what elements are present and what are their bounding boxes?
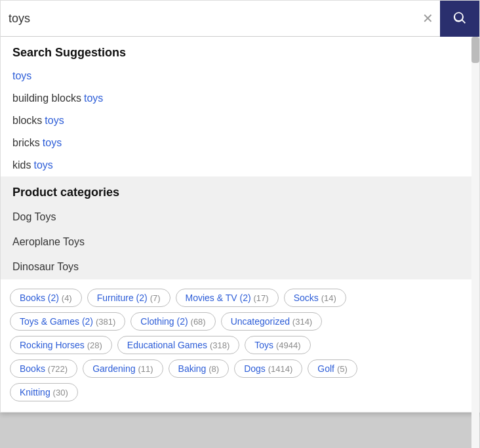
- search-input[interactable]: [9, 12, 416, 26]
- tag-count: (14): [321, 293, 336, 303]
- tag[interactable]: Toys & Games (2) (381): [10, 312, 125, 331]
- suggestions-title: Search Suggestions: [1, 37, 479, 65]
- search-button[interactable]: [440, 1, 479, 37]
- tag-count: (722): [48, 364, 68, 374]
- tag[interactable]: Toys (4944): [245, 336, 310, 354]
- tag-label: Dogs: [244, 363, 268, 374]
- tag-count: (28): [87, 340, 102, 350]
- list-item[interactable]: Aeroplane Toys: [1, 230, 479, 255]
- categories-title: Product categories: [1, 176, 479, 205]
- tag-label: Toys & Games (2): [20, 316, 96, 327]
- tag[interactable]: Books (2) (4): [10, 289, 82, 307]
- tag[interactable]: Movies & TV (2) (17): [176, 289, 279, 307]
- tags-row-5: Knitting (30): [10, 383, 470, 401]
- category-section: Product categories Dog Toys Aeroplane To…: [1, 176, 479, 279]
- tag[interactable]: Dogs (1414): [234, 359, 302, 378]
- suggestion-text: building blocks: [12, 92, 81, 104]
- tag-count: (314): [292, 317, 312, 327]
- tag[interactable]: Gardening (11): [83, 359, 163, 378]
- tag[interactable]: Educational Games (318): [117, 336, 239, 354]
- suggestion-text: kids: [12, 159, 31, 171]
- tags-row-1: Books (2) (4) Furniture (2) (7) Movies &…: [10, 289, 470, 307]
- tag-count: (68): [191, 317, 206, 327]
- tag-label: Toys: [254, 340, 276, 350]
- suggestion-list: toys building blocks toys blocks toys br…: [1, 65, 479, 176]
- tag[interactable]: Socks (14): [284, 289, 346, 307]
- dropdown: Search Suggestions toys building blocks …: [1, 37, 479, 412]
- list-item[interactable]: Dinosaur Toys: [1, 255, 479, 279]
- tag-label: Rocking Horses: [20, 340, 87, 350]
- tag-label: Books: [20, 363, 48, 374]
- suggestion-highlight: toys: [33, 159, 52, 171]
- suggestion-highlight: toys: [84, 92, 103, 104]
- clear-button[interactable]: ✕: [416, 8, 440, 29]
- tag-count: (11): [138, 364, 153, 374]
- list-item[interactable]: building blocks toys: [1, 87, 479, 110]
- suggestion-text: bricks: [12, 137, 40, 149]
- tag-label: Furniture (2): [97, 293, 150, 303]
- scrollbar-track[interactable]: [471, 37, 479, 448]
- tags-section: Books (2) (4) Furniture (2) (7) Movies &…: [1, 279, 479, 412]
- tag-count: (381): [96, 317, 115, 327]
- list-item[interactable]: bricks toys: [1, 132, 479, 154]
- tag-count: (4944): [276, 340, 301, 350]
- suggestion-highlight: toys: [45, 115, 64, 127]
- list-item[interactable]: Dog Toys: [1, 205, 479, 230]
- tag-count: (7): [150, 293, 161, 303]
- tag-count: (1414): [268, 364, 293, 374]
- tag-label: Educational Games: [127, 340, 210, 350]
- scrollbar-thumb[interactable]: [471, 37, 479, 63]
- clear-icon: ✕: [422, 10, 433, 26]
- tag[interactable]: Baking (8): [169, 359, 230, 378]
- suggestion-text: blocks: [12, 115, 42, 127]
- tag-label: Gardening: [92, 363, 138, 374]
- search-icon: [452, 10, 468, 28]
- tag-label: Clothing (2): [140, 316, 190, 327]
- tag-label: Uncategorized: [231, 316, 292, 327]
- tag-label: Golf: [317, 363, 337, 374]
- tag[interactable]: Uncategorized (314): [221, 312, 323, 331]
- tag[interactable]: Books (722): [10, 359, 77, 378]
- tag-count: (5): [337, 364, 348, 374]
- tag-count: (17): [254, 293, 269, 303]
- tag-label: Movies & TV (2): [186, 293, 254, 303]
- tag[interactable]: Golf (5): [308, 359, 357, 378]
- tag[interactable]: Knitting (30): [10, 383, 78, 401]
- list-item[interactable]: blocks toys: [1, 110, 479, 132]
- tag-count: (8): [209, 364, 219, 374]
- suggestion-highlight: toys: [43, 137, 62, 149]
- tag-count: (30): [53, 388, 68, 397]
- suggestion-highlight: toys: [12, 70, 31, 82]
- tags-row-3: Rocking Horses (28) Educational Games (3…: [10, 336, 470, 354]
- tag[interactable]: Clothing (2) (68): [130, 312, 215, 331]
- search-container: ✕ Search Suggestions toys building block…: [0, 0, 480, 413]
- list-item[interactable]: kids toys: [1, 154, 479, 176]
- list-item[interactable]: toys: [1, 65, 479, 87]
- tag-label: Books (2): [20, 293, 62, 303]
- tags-row-4: Books (722) Gardening (11) Baking (8) Do…: [10, 359, 470, 378]
- tag-label: Baking: [178, 363, 209, 374]
- tags-row-2: Toys & Games (2) (381) Clothing (2) (68)…: [10, 312, 470, 331]
- tag[interactable]: Furniture (2) (7): [87, 289, 170, 307]
- search-bar: ✕: [1, 1, 479, 37]
- tag-label: Socks: [294, 293, 321, 303]
- tag-label: Knitting: [20, 387, 53, 397]
- tag-count: (4): [62, 293, 72, 303]
- tag[interactable]: Rocking Horses (28): [10, 336, 112, 354]
- tag-count: (318): [210, 340, 230, 350]
